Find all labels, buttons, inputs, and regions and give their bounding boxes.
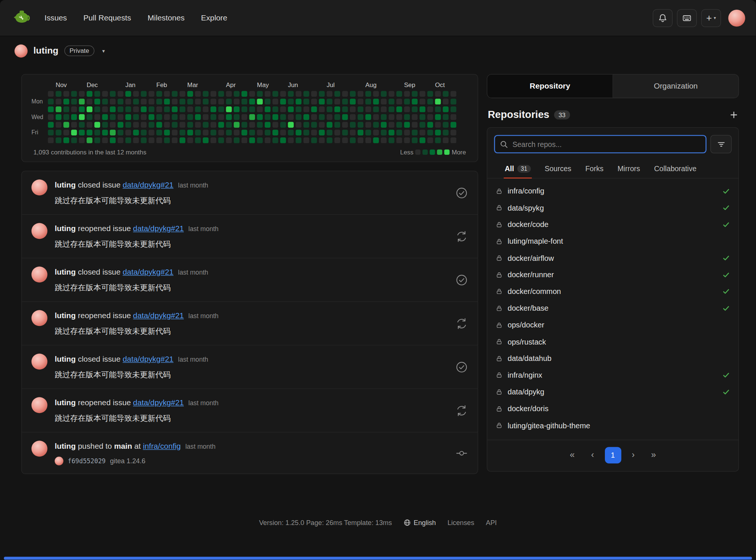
heatmap-cell[interactable] xyxy=(203,106,209,112)
filter-tab-collaborative[interactable]: Collaborative xyxy=(653,160,698,178)
heatmap-cell[interactable] xyxy=(288,99,294,105)
heatmap-cell[interactable] xyxy=(87,106,93,112)
heatmap-cell[interactable] xyxy=(443,137,449,143)
repo-link[interactable]: docker/code xyxy=(508,220,549,229)
heatmap-cell[interactable] xyxy=(87,129,93,135)
heatmap-cell[interactable] xyxy=(389,137,395,143)
heatmap-cell[interactable] xyxy=(179,106,185,112)
heatmap-cell[interactable] xyxy=(94,122,100,128)
heatmap-cell[interactable] xyxy=(48,114,54,120)
heatmap-cell[interactable] xyxy=(257,99,263,105)
heatmap-cell[interactable] xyxy=(296,106,302,112)
heatmap-cell[interactable] xyxy=(342,122,348,128)
heatmap-cell[interactable] xyxy=(118,106,124,112)
heatmap-cell[interactable] xyxy=(141,137,147,143)
actor-avatar[interactable] xyxy=(32,223,48,239)
heatmap-cell[interactable] xyxy=(118,129,124,135)
filter-tab-all[interactable]: All31 xyxy=(504,160,532,178)
heatmap-cell[interactable] xyxy=(311,122,317,128)
heatmap-cell[interactable] xyxy=(195,129,201,135)
language-selector[interactable]: English xyxy=(403,519,436,527)
heatmap-cell[interactable] xyxy=(450,114,456,120)
heatmap-cell[interactable] xyxy=(420,114,425,120)
heatmap-cell[interactable] xyxy=(326,137,332,143)
heatmap-cell[interactable] xyxy=(63,122,69,128)
heatmap-cell[interactable] xyxy=(404,99,410,105)
heatmap-cell[interactable] xyxy=(79,122,85,128)
heatmap-cell[interactable] xyxy=(389,91,395,97)
heatmap-cell[interactable] xyxy=(311,106,317,112)
heatmap-cell[interactable] xyxy=(342,137,348,143)
heatmap-cell[interactable] xyxy=(272,91,278,97)
heatmap-cell[interactable] xyxy=(149,122,154,128)
heatmap-cell[interactable] xyxy=(234,129,240,135)
nav-link-issues[interactable]: Issues xyxy=(45,13,67,22)
heatmap-cell[interactable] xyxy=(288,114,294,120)
heatmap-cell[interactable] xyxy=(249,137,255,143)
heatmap-cell[interactable] xyxy=(358,122,364,128)
heatmap-cell[interactable] xyxy=(288,129,294,135)
heatmap-cell[interactable] xyxy=(342,114,348,120)
heatmap-cell[interactable] xyxy=(156,91,162,97)
heatmap-cell[interactable] xyxy=(149,106,154,112)
heatmap-cell[interactable] xyxy=(420,129,425,135)
heatmap-cell[interactable] xyxy=(326,99,332,105)
heatmap-cell[interactable] xyxy=(164,122,170,128)
heatmap-cell[interactable] xyxy=(172,99,178,105)
heatmap-cell[interactable] xyxy=(358,137,364,143)
heatmap-cell[interactable] xyxy=(249,91,255,97)
heatmap-cell[interactable] xyxy=(334,137,340,143)
heatmap-cell[interactable] xyxy=(149,99,154,105)
heatmap-cell[interactable] xyxy=(164,106,170,112)
heatmap-cell[interactable] xyxy=(125,114,131,120)
heatmap-cell[interactable] xyxy=(334,122,340,128)
heatmap-cell[interactable] xyxy=(79,99,85,105)
heatmap-cell[interactable] xyxy=(156,99,162,105)
issue-link[interactable]: data/dpykg#21 xyxy=(133,224,184,233)
heatmap-cell[interactable] xyxy=(195,106,201,112)
heatmap-cell[interactable] xyxy=(334,114,340,120)
actor-name[interactable]: luting xyxy=(55,311,76,320)
heatmap-cell[interactable] xyxy=(110,122,116,128)
heatmap-cell[interactable] xyxy=(427,114,433,120)
heatmap-cell[interactable] xyxy=(381,122,387,128)
heatmap-cell[interactable] xyxy=(56,106,62,112)
heatmap-cell[interactable] xyxy=(179,99,185,105)
heatmap-cell[interactable] xyxy=(450,91,456,97)
heatmap-cell[interactable] xyxy=(311,129,317,135)
heatmap-cell[interactable] xyxy=(172,122,178,128)
heatmap-cell[interactable] xyxy=(443,122,449,128)
heatmap-cell[interactable] xyxy=(350,106,356,112)
commit-hash[interactable]: f69d552029 xyxy=(68,457,106,465)
heatmap-cell[interactable] xyxy=(265,106,271,112)
heatmap-cell[interactable] xyxy=(203,137,209,143)
heatmap-cell[interactable] xyxy=(149,137,154,143)
heatmap-cell[interactable] xyxy=(87,137,93,143)
heatmap-cell[interactable] xyxy=(56,129,62,135)
heatmap-cell[interactable] xyxy=(218,137,224,143)
heatmap-cell[interactable] xyxy=(334,99,340,105)
heatmap-cell[interactable] xyxy=(218,106,224,112)
heatmap-cell[interactable] xyxy=(265,129,271,135)
heatmap-cell[interactable] xyxy=(234,91,240,97)
heatmap-cell[interactable] xyxy=(164,91,170,97)
heatmap-cell[interactable] xyxy=(350,114,356,120)
heatmap-cell[interactable] xyxy=(141,114,147,120)
heatmap-cell[interactable] xyxy=(342,91,348,97)
repo-link[interactable]: data/spykg xyxy=(508,204,544,212)
heatmap-cell[interactable] xyxy=(149,114,154,120)
heatmap-cell[interactable] xyxy=(288,106,294,112)
issue-link[interactable]: data/dpykg#21 xyxy=(123,355,173,363)
heatmap-cell[interactable] xyxy=(48,99,54,105)
heatmap-cell[interactable] xyxy=(358,91,364,97)
heatmap-cell[interactable] xyxy=(48,106,54,112)
heatmap-cell[interactable] xyxy=(242,91,248,97)
heatmap-cell[interactable] xyxy=(79,91,85,97)
heatmap-cell[interactable] xyxy=(427,106,433,112)
heatmap-cell[interactable] xyxy=(350,137,356,143)
heatmap-cell[interactable] xyxy=(218,122,224,128)
heatmap-cell[interactable] xyxy=(79,129,85,135)
nav-link-explore[interactable]: Explore xyxy=(201,13,227,22)
heatmap-cell[interactable] xyxy=(450,99,456,105)
filter-tab-forks[interactable]: Forks xyxy=(584,160,605,178)
